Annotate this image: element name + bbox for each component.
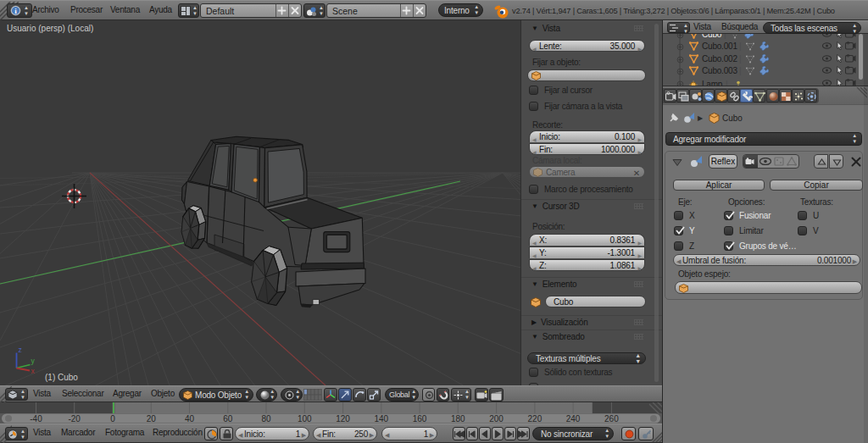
- svg-text:240: 240: [566, 414, 581, 424]
- svg-text:100: 100: [298, 414, 312, 424]
- svg-text:20: 20: [147, 414, 157, 424]
- svg-text:z: z: [19, 346, 22, 354]
- svg-text:140: 140: [374, 414, 388, 424]
- svg-text:260: 260: [604, 414, 619, 424]
- svg-text:120: 120: [336, 414, 350, 424]
- svg-text:y: y: [31, 357, 36, 365]
- svg-text:x: x: [31, 367, 36, 375]
- svg-text:180: 180: [451, 414, 465, 424]
- svg-text:200: 200: [489, 414, 504, 424]
- svg-text:-20: -20: [68, 414, 81, 424]
- svg-text:0: 0: [110, 414, 115, 424]
- svg-text:220: 220: [528, 414, 542, 424]
- svg-text:160: 160: [413, 414, 427, 424]
- svg-text:-40: -40: [30, 414, 42, 424]
- svg-text:40: 40: [185, 414, 195, 424]
- svg-text:80: 80: [261, 414, 271, 424]
- svg-text:60: 60: [223, 414, 233, 424]
